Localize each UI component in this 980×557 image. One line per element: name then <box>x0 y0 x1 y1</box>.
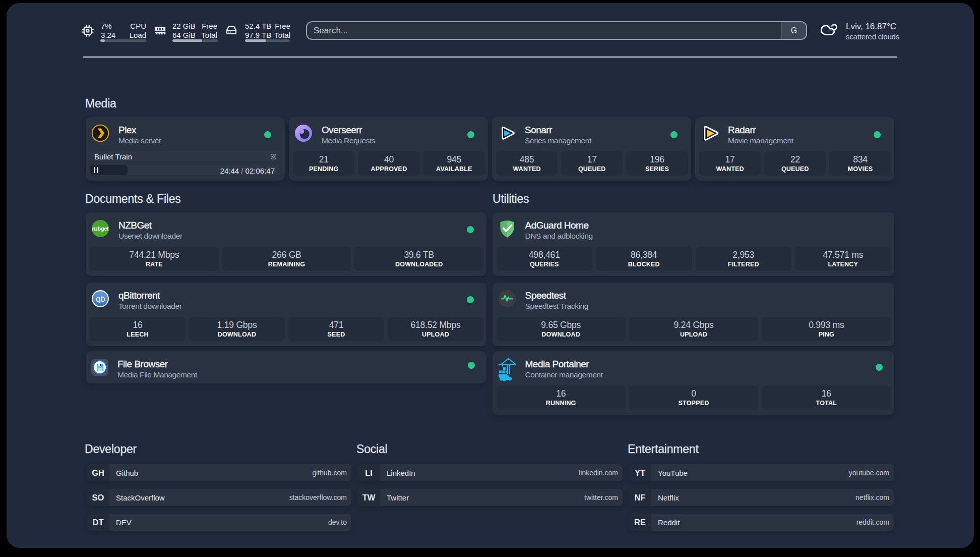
svg-text:qb: qb <box>96 294 105 304</box>
svg-text:nzbget: nzbget <box>92 226 109 232</box>
